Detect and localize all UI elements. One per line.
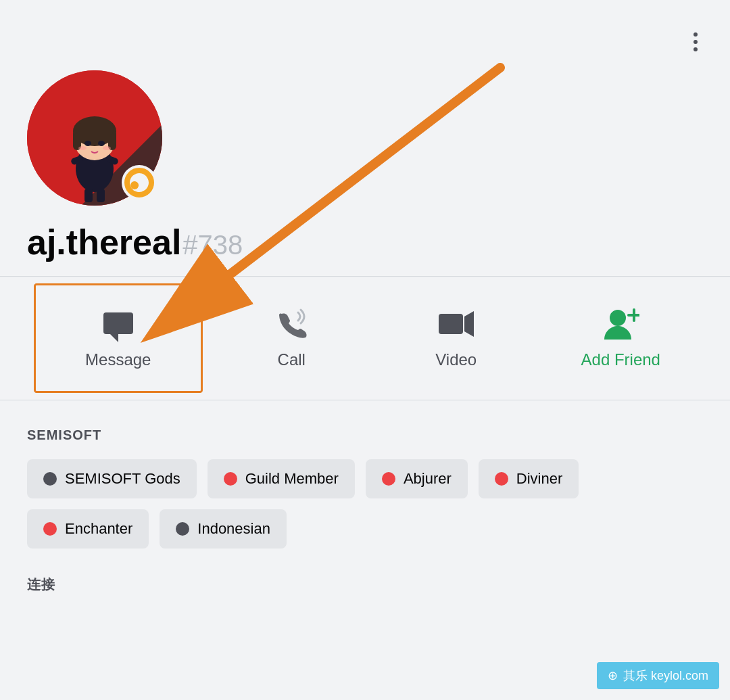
video-label: Video — [435, 350, 477, 369]
svg-marker-19 — [464, 311, 474, 337]
role-abjurer: Abjurer — [366, 459, 468, 498]
status-badge — [122, 165, 157, 200]
watermark: ⊕ 其乐 keylol.com — [597, 662, 719, 689]
role-dot-enchanter — [43, 522, 57, 536]
add-friend-label: Add Friend — [581, 350, 660, 369]
video-icon — [437, 307, 475, 342]
role-label-indonesian: Indonesian — [197, 520, 270, 538]
call-button[interactable]: Call — [210, 277, 374, 400]
more-options-button[interactable] — [688, 27, 703, 57]
svg-point-20 — [610, 310, 626, 326]
roles-section: SEMISOFT SEMISOFT Gods Guild Member Abju… — [0, 400, 730, 576]
avatar-container — [27, 70, 162, 206]
role-semisoft-gods: SEMISOFT Gods — [27, 459, 197, 498]
role-enchanter: Enchanter — [27, 509, 149, 549]
svg-point-12 — [78, 146, 87, 150]
add-friend-button[interactable]: Add Friend — [539, 277, 704, 400]
watermark-icon: ⊕ — [608, 668, 618, 683]
role-diviner: Diviner — [479, 459, 579, 498]
watermark-text: 其乐 keylol.com — [623, 668, 708, 684]
actions-section: Message Call Video — [0, 277, 730, 400]
message-button[interactable]: Message — [34, 283, 203, 393]
svg-rect-9 — [76, 123, 114, 135]
svg-rect-16 — [103, 312, 133, 334]
username-row: aj.thereal #738 — [27, 222, 703, 262]
message-icon — [101, 307, 136, 342]
role-indonesian: Indonesian — [160, 509, 287, 549]
role-guild-member: Guild Member — [208, 459, 355, 498]
svg-point-10 — [84, 141, 91, 146]
role-dot-indonesian — [176, 522, 189, 536]
add-friend-icon — [602, 307, 639, 342]
role-label-enchanter: Enchanter — [65, 520, 132, 538]
call-label: Call — [278, 350, 306, 369]
connections-title: 连接 — [27, 576, 703, 594]
discriminator: #738 — [182, 230, 243, 260]
svg-marker-17 — [110, 334, 118, 342]
role-label-diviner: Diviner — [516, 470, 562, 488]
role-dot-abjurer — [382, 472, 395, 486]
role-dot-guild-member — [224, 472, 237, 486]
svg-rect-15 — [97, 189, 105, 202]
role-label-semisoft-gods: SEMISOFT Gods — [65, 470, 180, 488]
actions-row: Message Call Video — [27, 277, 703, 400]
svg-point-13 — [103, 146, 111, 150]
video-button[interactable]: Video — [374, 277, 539, 400]
role-dot-diviner — [495, 472, 508, 486]
svg-rect-18 — [439, 314, 463, 334]
role-dot-semisoft-gods — [43, 472, 57, 486]
role-label-guild-member: Guild Member — [245, 470, 339, 488]
roles-grid: SEMISOFT Gods Guild Member Abjurer Divin… — [27, 459, 703, 549]
username: aj.thereal — [27, 222, 181, 262]
call-icon — [274, 307, 309, 342]
svg-point-11 — [98, 141, 105, 146]
message-label: Message — [85, 350, 151, 369]
svg-rect-14 — [84, 189, 93, 202]
server-section-title: SEMISOFT — [27, 427, 703, 443]
connections-section: 连接 — [0, 576, 730, 632]
role-label-abjurer: Abjurer — [404, 470, 452, 488]
